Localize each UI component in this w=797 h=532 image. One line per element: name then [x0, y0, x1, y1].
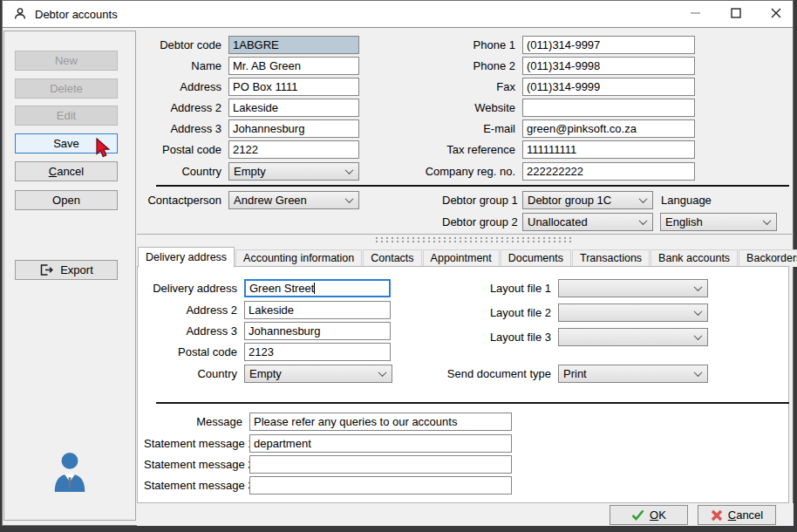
phone1-label: Phone 1: [411, 38, 522, 51]
delivery-country-select[interactable]: Empty: [244, 365, 392, 383]
chevron-down-icon: [694, 307, 703, 316]
tax-reference-label: Tax reference: [411, 143, 522, 156]
postal-code-field[interactable]: [228, 140, 359, 159]
company-reg-field[interactable]: [522, 162, 695, 181]
chevron-down-icon: [639, 194, 648, 203]
sidebar: New Delete Edit Save Cancel Open Export: [3, 31, 136, 521]
export-button-label: Export: [60, 263, 93, 276]
delivery-address3-field[interactable]: [244, 322, 391, 340]
text-caret: [314, 283, 315, 294]
layout-file2-label: Layout file 2: [433, 306, 558, 319]
chevron-down-icon: [639, 216, 648, 225]
fax-label: Fax: [411, 80, 522, 93]
tab-contacts[interactable]: Contacts: [363, 249, 421, 267]
cancel-button[interactable]: Cancel: [15, 161, 118, 181]
tax-reference-field[interactable]: [522, 140, 695, 159]
businessman-icon: [51, 452, 89, 492]
debtor-group1-select[interactable]: Debtor group 1C: [522, 191, 653, 209]
footer-bar: OK Cancel: [137, 503, 794, 526]
delivery-address3-label: Address 3: [144, 324, 244, 338]
tab-delivery-address[interactable]: Delivery address: [138, 247, 235, 268]
mouse-cursor: [96, 138, 111, 158]
statement-message1-label: Statement message 1: [144, 437, 249, 450]
minimize-button[interactable]: [676, 0, 715, 26]
new-button[interactable]: New: [15, 51, 118, 71]
main-panel: Debtor code Name Address Address 2 Addre…: [137, 29, 794, 526]
contactperson-select-value: Andrew Green: [234, 194, 307, 207]
window-title: Debtor accounts: [35, 8, 118, 21]
separator-line: [156, 185, 789, 187]
close-button[interactable]: [756, 0, 795, 26]
send-document-type-select[interactable]: Print: [558, 365, 708, 383]
name-label: Name: [144, 59, 228, 72]
maximize-button[interactable]: [716, 0, 755, 26]
person-icon: [13, 7, 27, 21]
website-field[interactable]: [522, 99, 695, 117]
language-label: Language: [653, 194, 712, 207]
tab-documents[interactable]: Documents: [501, 249, 571, 267]
statement-message2-field[interactable]: [249, 455, 512, 474]
address3-label: Address 3: [144, 122, 228, 135]
chevron-down-icon: [694, 283, 703, 291]
statement-message3-field[interactable]: [249, 476, 512, 494]
delete-button[interactable]: Delete: [15, 78, 118, 99]
message-label: Message: [144, 415, 249, 428]
debtor-group2-select[interactable]: Unallocated: [522, 213, 653, 231]
chevron-down-icon: [694, 331, 703, 340]
debtor-group1-select-value: Debtor group 1C: [528, 194, 611, 207]
postal-code-label: Postal code: [144, 143, 228, 156]
tab-accounting-information[interactable]: Accounting information: [235, 249, 362, 267]
edit-button[interactable]: Edit: [15, 106, 118, 126]
send-document-type-label: Send document type: [433, 367, 558, 380]
message-field[interactable]: [249, 413, 512, 431]
statement-message3-label: Statement message 3: [144, 479, 249, 492]
address3-field[interactable]: [228, 119, 359, 138]
cancel-button-label: ancel: [57, 165, 84, 178]
chevron-down-icon: [378, 368, 387, 377]
delivery-postal-code-field[interactable]: [244, 343, 391, 361]
delivery-country-label: Country: [144, 367, 244, 380]
tab-backorders[interactable]: Backorders: [739, 249, 797, 267]
layout-file1-select[interactable]: [558, 279, 708, 297]
debtor-code-field[interactable]: [228, 36, 359, 54]
footer-cancel-button[interactable]: Cancel: [698, 505, 776, 525]
phone1-field[interactable]: [522, 36, 695, 54]
tab-bar: Delivery address Accounting information …: [138, 246, 792, 267]
debtor-code-label: Debtor code: [144, 38, 228, 51]
close-icon: [771, 8, 781, 18]
country-select[interactable]: Empty: [228, 162, 359, 181]
splitter-grip[interactable]: [374, 236, 575, 243]
tab-transactions[interactable]: Transactions: [572, 249, 650, 267]
delivery-country-select-value: Empty: [249, 367, 282, 380]
statement-message1-field[interactable]: [249, 434, 512, 453]
chevron-down-icon: [345, 194, 354, 203]
tab-bank-accounts[interactable]: Bank accounts: [651, 249, 738, 267]
language-select[interactable]: English: [660, 213, 777, 231]
company-reg-label: Company reg. no.: [411, 165, 522, 178]
address2-label: Address 2: [144, 101, 228, 114]
address-field[interactable]: [228, 78, 359, 96]
fax-field[interactable]: [522, 78, 695, 96]
ok-button[interactable]: OK: [610, 505, 688, 525]
export-button[interactable]: Export: [15, 260, 118, 280]
statement-message2-label: Statement message 2: [144, 458, 249, 471]
phone2-field[interactable]: [522, 57, 695, 75]
layout-file1-label: Layout file 1: [433, 282, 558, 295]
address2-field[interactable]: [228, 99, 359, 117]
contactperson-select[interactable]: Andrew Green: [228, 191, 359, 209]
layout-file3-select[interactable]: [558, 328, 708, 346]
name-field[interactable]: [228, 57, 359, 75]
phone2-label: Phone 2: [411, 59, 522, 72]
delivery-address-label: Delivery address: [144, 282, 244, 295]
delivery-address-field[interactable]: [244, 279, 391, 297]
open-button[interactable]: Open: [15, 190, 118, 210]
email-field[interactable]: [522, 119, 695, 138]
country-select-value: Empty: [234, 165, 266, 178]
footer-cancel-button-label: Cancel: [728, 508, 763, 522]
layout-file2-select[interactable]: [558, 304, 708, 322]
website-label: Website: [411, 101, 522, 114]
tab-appointment[interactable]: Appointment: [423, 249, 500, 267]
cancel-button-underline: C: [49, 165, 57, 178]
delivery-address2-field[interactable]: [244, 301, 391, 319]
ok-button-label: OK: [650, 508, 666, 522]
